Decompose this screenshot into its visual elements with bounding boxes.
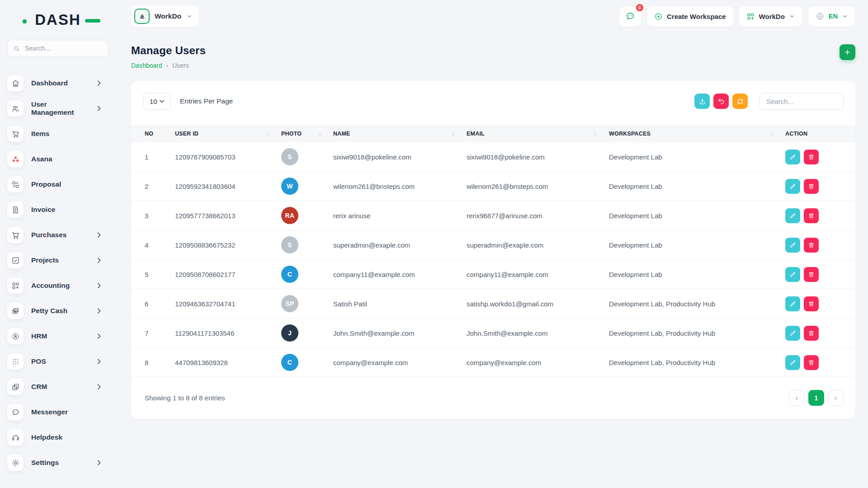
column-header-photo[interactable]: PHOTO↑↓	[276, 125, 328, 142]
table-search-input[interactable]	[760, 93, 844, 110]
pagination: ‹ 1 ›	[789, 390, 844, 406]
column-header-email[interactable]: EMAIL↑↓	[461, 125, 604, 142]
pagination-next-button[interactable]: ›	[828, 390, 844, 406]
sidebar-item-pos[interactable]: POS	[7, 353, 108, 370]
cell-photo: W	[276, 172, 328, 201]
refresh-button[interactable]	[732, 94, 748, 109]
sidebar-item-items[interactable]: Items	[7, 126, 108, 142]
pagination-page-1-button[interactable]: 1	[808, 390, 824, 406]
edit-user-button[interactable]	[785, 326, 800, 341]
breadcrumb: Dashboard › Users	[131, 62, 206, 69]
edit-user-button[interactable]	[785, 208, 800, 223]
cell-workspaces: Development Lab	[604, 260, 780, 289]
column-header-name[interactable]: NAME↑↓	[328, 125, 461, 142]
edit-user-button[interactable]	[785, 179, 800, 194]
asana-icon	[11, 155, 20, 164]
sidebar-item-messenger[interactable]: Messenger	[7, 404, 108, 420]
add-user-button[interactable]	[840, 44, 855, 60]
entries-per-page-value: 10	[150, 98, 157, 105]
avatar: RA	[281, 207, 298, 224]
breadcrumb-separator: ›	[166, 62, 169, 69]
column-header-user-id[interactable]: USER ID↑↓	[170, 125, 276, 142]
sidebar-item-user-management[interactable]: User Management	[7, 100, 108, 117]
chevron-right-icon	[95, 231, 103, 239]
workspace-building-box	[134, 9, 150, 24]
pagination-prev-button[interactable]: ‹	[789, 390, 805, 406]
sidebar-item-settings[interactable]: Settings	[7, 455, 108, 471]
cell-no: 3	[131, 201, 170, 230]
cell-no: 7	[131, 319, 170, 348]
cell-action	[780, 348, 855, 377]
cell-photo: J	[276, 319, 328, 348]
table-footer: Showing 1 to 8 of 8 entries ‹ 1 ›	[131, 377, 855, 419]
cell-workspaces: Development Lab, Productivity Hub	[604, 289, 780, 319]
cell-no: 8	[131, 348, 170, 377]
logo-accent-bar	[85, 19, 100, 23]
sidebar-item-purchases[interactable]: Purchases	[7, 227, 108, 243]
grid-plus-icon	[11, 282, 20, 290]
cell-action	[780, 142, 855, 172]
sidebar-item-petty-cash[interactable]: Petty Cash	[7, 303, 108, 319]
entries-per-page-select[interactable]: 10	[143, 93, 171, 110]
cell-no: 4	[131, 230, 170, 260]
sidebar-item-helpdesk[interactable]: Helpdesk	[7, 429, 108, 446]
sidebar-item-invoice[interactable]: Invoice	[7, 202, 108, 218]
sidebar-item-label: Messenger	[31, 408, 68, 416]
delete-user-button[interactable]	[804, 355, 819, 370]
sidebar-item-dashboard[interactable]: Dashboard	[7, 75, 108, 91]
reset-button[interactable]	[713, 94, 729, 109]
cell-user-id: 1209508708602177	[170, 260, 276, 289]
cell-photo: S	[276, 142, 328, 172]
pos-grid-icon	[11, 357, 20, 366]
language-label: EN	[829, 13, 838, 20]
delete-user-button[interactable]	[804, 238, 819, 253]
avatar: J	[281, 324, 298, 342]
delete-user-button[interactable]	[804, 179, 819, 194]
cell-email: superadmin@exaple.com	[461, 230, 604, 260]
sidebar-search-input[interactable]	[24, 44, 103, 52]
sidebar-icon-box	[7, 100, 24, 117]
edit-user-button[interactable]	[785, 296, 800, 311]
grid-plus-icon	[746, 12, 755, 21]
workspace-switcher[interactable]: WorkDo	[131, 5, 199, 27]
sidebar-item-asana[interactable]: Asana	[7, 151, 108, 167]
sidebar-icon-box	[7, 202, 24, 218]
messages-button[interactable]: 0	[619, 6, 641, 27]
brand-logo[interactable]: DASH	[12, 10, 104, 30]
sidebar-item-crm[interactable]: CRM	[7, 379, 108, 395]
edit-user-button[interactable]	[785, 267, 800, 282]
create-workspace-button[interactable]: Create Workspace	[647, 6, 733, 27]
workdo-apps-label: WorkDo	[759, 13, 785, 20]
table-row: 71129041171303546JJohn.Smith@example.com…	[131, 319, 855, 348]
page-title: Manage Users	[131, 44, 206, 57]
language-button[interactable]: EN	[808, 6, 855, 27]
delete-user-button[interactable]	[804, 296, 819, 311]
edit-user-button[interactable]	[785, 150, 800, 164]
edit-user-button[interactable]	[785, 238, 800, 253]
sidebar-item-proposal[interactable]: Proposal	[7, 176, 108, 192]
column-header-workspaces[interactable]: WORKSPACES↑↓	[604, 125, 780, 142]
cell-email: company@example.com	[461, 348, 604, 377]
trash-icon	[808, 359, 815, 366]
edit-user-button[interactable]	[785, 355, 800, 370]
cell-photo: SP	[276, 289, 328, 319]
delete-user-button[interactable]	[804, 326, 819, 341]
cell-name: sixiwi9018@pokeline.com	[328, 142, 461, 172]
delete-user-button[interactable]	[804, 150, 819, 164]
sidebar-icon-box	[7, 379, 24, 395]
chevron-right-icon	[95, 307, 103, 315]
page-header: Manage Users Dashboard › Users	[131, 44, 855, 69]
breadcrumb-dashboard-link[interactable]: Dashboard	[131, 62, 162, 69]
topbar-right: 0 Create Workspace WorkDo EN	[619, 6, 855, 27]
cell-email: company11@example.com	[461, 260, 604, 289]
sidebar-item-accounting[interactable]: Accounting	[7, 277, 108, 294]
trash-icon	[808, 154, 815, 160]
sidebar-search	[7, 40, 108, 57]
chevron-down-icon	[158, 97, 166, 105]
export-button[interactable]	[694, 94, 710, 109]
delete-user-button[interactable]	[804, 208, 819, 223]
delete-user-button[interactable]	[804, 267, 819, 282]
workdo-apps-button[interactable]: WorkDo	[739, 6, 802, 27]
sidebar-item-hrm[interactable]: HRM	[7, 328, 108, 344]
sidebar-item-projects[interactable]: Projects	[7, 252, 108, 268]
